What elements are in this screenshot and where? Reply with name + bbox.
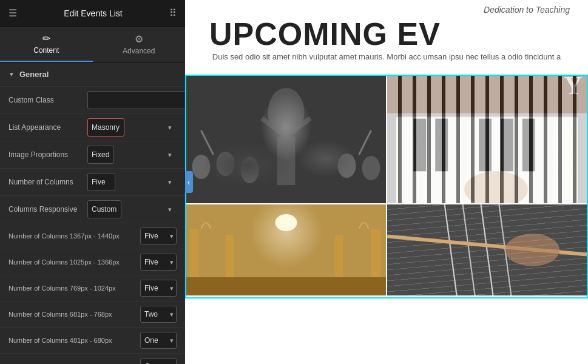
preview-area: Dedication to Teaching UPCOMING EV Duis …: [185, 0, 588, 364]
image-proportions-select[interactable]: Fixed Auto: [87, 146, 114, 164]
columns-1025-1366-label: Number of Columns 1025px - 1366px: [8, 258, 140, 266]
svg-point-32: [186, 204, 386, 295]
grid-icon[interactable]: ⠿: [169, 7, 177, 19]
svg-rect-0: [186, 76, 386, 203]
svg-rect-19: [487, 119, 507, 203]
section-arrow-icon: ▼: [8, 71, 15, 78]
field-columns-481-680: Number of Columns 481px - 680px OneTwoTh…: [0, 327, 185, 353]
sidebar-header: ☰ Edit Events List ⠿: [0, 0, 185, 27]
svg-point-33: [275, 214, 297, 231]
svg-point-6: [217, 152, 235, 176]
columns-769-1024-select[interactable]: OneTwoThreeFourFive: [140, 280, 177, 297]
columns-1025-1366-select[interactable]: OneTwoThreeFourFive: [140, 254, 177, 271]
columns-1367-1440-label: Number of Columns 1367px - 1440px: [8, 232, 140, 240]
svg-rect-13: [387, 76, 587, 203]
list-appearance-label: List Appearance: [8, 123, 87, 132]
svg-rect-15: [400, 119, 420, 203]
columns-responsive-wrapper: Custom Auto: [87, 200, 177, 218]
columns-481-680-label: Number of Columns 481px - 680px: [8, 337, 140, 344]
sidebar: ☰ Edit Events List ⠿ ✏ Content ⚙ Advance…: [0, 0, 185, 364]
image-piano: Y: [387, 76, 587, 203]
pencil-icon: ✏: [42, 33, 50, 44]
svg-point-1: [268, 88, 305, 136]
svg-rect-27: [522, 119, 535, 172]
columns-0-480-wrapper: OneTwoThree: [140, 358, 177, 364]
svg-rect-38: [371, 229, 381, 295]
tab-content[interactable]: ✏ Content: [0, 27, 93, 62]
field-columns-1025-1366: Number of Columns 1025px - 1366px OneTwo…: [0, 249, 185, 275]
svg-line-45: [387, 237, 587, 255]
svg-rect-20: [509, 119, 529, 203]
svg-point-8: [338, 153, 356, 178]
svg-rect-24: [435, 119, 448, 172]
svg-rect-35: [189, 229, 199, 295]
columns-481-680-select[interactable]: OneTwoThree: [140, 332, 177, 349]
collapse-handle[interactable]: [185, 171, 193, 193]
svg-line-3: [262, 118, 286, 136]
svg-line-12: [359, 130, 371, 155]
svg-text:Y: Y: [564, 76, 583, 99]
svg-point-9: [362, 156, 380, 180]
svg-rect-2: [277, 136, 296, 185]
svg-rect-37: [335, 235, 343, 295]
columns-681-768-wrapper: OneTwoThreeFourFive: [140, 306, 177, 323]
svg-rect-26: [501, 119, 513, 172]
svg-rect-17: [444, 119, 464, 203]
svg-rect-29: [387, 76, 587, 113]
section-general[interactable]: ▼ General: [0, 62, 185, 86]
tab-advanced[interactable]: ⚙ Advanced: [93, 27, 186, 62]
section-general-label: General: [19, 70, 49, 79]
columns-681-768-select[interactable]: OneTwoThreeFourFive: [140, 306, 177, 323]
columns-1367-1440-wrapper: OneTwoThreeFourFive: [140, 228, 177, 244]
field-list-appearance: List Appearance Masonry Grid List: [0, 113, 185, 141]
columns-0-480-select[interactable]: OneTwoThree: [140, 358, 177, 364]
svg-rect-14: [396, 117, 578, 203]
svg-rect-36: [226, 235, 234, 295]
image-grid: Y: [186, 76, 587, 297]
svg-line-43: [478, 204, 496, 295]
svg-rect-21: [530, 119, 550, 203]
columns-responsive-label: Columns Responsive: [8, 205, 87, 214]
svg-rect-39: [186, 277, 386, 295]
svg-rect-40: [387, 204, 587, 295]
columns-1367-1440-select[interactable]: OneTwoThreeFourFive: [140, 228, 177, 244]
field-columns-681-768: Number of Columns 681px - 768px OneTwoTh…: [0, 301, 185, 327]
columns-481-680-wrapper: OneTwoThree: [140, 332, 177, 349]
sidebar-title: Edit Events List: [64, 8, 123, 18]
svg-point-46: [505, 234, 559, 266]
image-concert-hall: [186, 204, 386, 295]
columns-681-768-label: Number of Columns 681px - 768px: [8, 311, 140, 318]
list-appearance-wrapper: Masonry Grid List: [87, 118, 177, 136]
svg-rect-23: [413, 119, 426, 172]
svg-point-5: [192, 155, 211, 179]
image-grid-wrapper: Y: [185, 75, 588, 298]
image-proportions-label: Image Proportions: [8, 150, 87, 159]
tab-content-label: Content: [33, 46, 59, 55]
svg-rect-25: [479, 119, 492, 172]
field-columns-0-480: Number of Columns 0 - 480px OneTwoThree: [0, 353, 185, 364]
preview-description: Duis sed odio sit amet nibh vulputat ame…: [197, 52, 576, 61]
image-orchestra: [186, 76, 386, 203]
image-proportions-wrapper: Fixed Auto: [87, 146, 177, 164]
custom-class-label: Custom Class: [8, 96, 87, 104]
list-appearance-select[interactable]: Masonry Grid List: [87, 118, 124, 136]
field-image-proportions: Image Proportions Fixed Auto: [0, 141, 185, 168]
preview-title: UPCOMING EV: [197, 16, 576, 52]
main-preview: Dedication to Teaching UPCOMING EV Duis …: [185, 0, 588, 364]
svg-rect-16: [422, 119, 442, 203]
svg-point-34: [282, 218, 291, 228]
number-of-columns-label: Number of Columns: [8, 178, 87, 186]
hamburger-icon[interactable]: ☰: [8, 7, 17, 19]
preview-header: Dedication to Teaching UPCOMING EV Duis …: [185, 0, 588, 75]
svg-rect-22: [552, 119, 572, 203]
columns-responsive-select[interactable]: Custom Auto: [87, 200, 121, 218]
number-of-columns-wrapper: One Two Three Four Five: [87, 173, 177, 191]
number-of-columns-select[interactable]: One Two Three Four Five: [87, 173, 115, 191]
sidebar-content: ▼ General Custom Class List Appearance M…: [0, 62, 185, 364]
custom-class-input[interactable]: [87, 91, 185, 109]
image-strings: [387, 204, 587, 295]
field-columns-responsive: Columns Responsive Custom Auto: [0, 195, 185, 223]
svg-line-44: [496, 204, 514, 295]
svg-line-42: [460, 204, 478, 295]
svg-line-11: [201, 130, 214, 155]
